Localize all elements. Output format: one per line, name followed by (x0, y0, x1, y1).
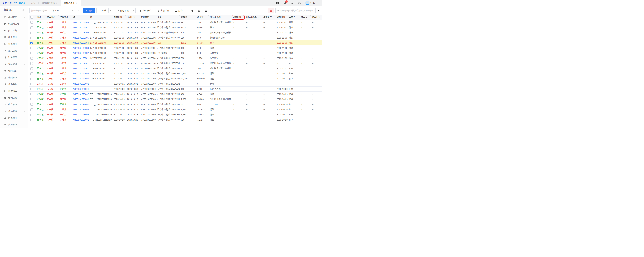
cell-order-no[interactable]: WI20231029001 (72, 97, 89, 102)
row-checkbox[interactable] (30, 21, 33, 24)
table-row[interactable]: 已审核未审核未结算WI202311030012JYF3F60102002023-… (29, 56, 322, 61)
cell-order-no[interactable]: WI20231030001 (72, 86, 89, 92)
row-checkbox[interactable] (30, 57, 33, 60)
row-checkbox[interactable] (30, 27, 33, 29)
sidebar-item-研发管理[interactable]: 研发管理 (0, 34, 28, 41)
row-checkbox[interactable] (30, 114, 33, 116)
cell-order-no[interactable]: WI20231103002 (72, 51, 89, 56)
delete-button[interactable] (268, 8, 274, 13)
cell-order-no[interactable]: WI20231028002 (72, 117, 89, 122)
sidebar-item-成品采购[interactable]: 成品采购 (0, 81, 28, 88)
sidebar-item-商品企划[interactable]: 商品企划 (0, 27, 28, 34)
filter-button[interactable] (316, 8, 321, 13)
row-checkbox[interactable] (30, 119, 33, 121)
row-checkbox[interactable] (30, 98, 33, 101)
help-icon[interactable] (276, 1, 279, 5)
sidebar-item-物料采购[interactable]: 物料采购 (0, 68, 28, 74)
cell-order-no[interactable]: WI20231103003 (72, 46, 89, 51)
cell-order-no[interactable]: WI20231031003 (72, 71, 89, 76)
export-excel-button[interactable] (196, 8, 202, 13)
tab-close-icon[interactable]: × (56, 2, 58, 4)
tag-button[interactable] (189, 8, 195, 13)
table-row[interactable]: 已审核未审核未结算WI202311030022JYF3F60102002023-… (29, 51, 322, 56)
star-icon[interactable] (22, 9, 24, 11)
table-row[interactable]: 已审核未审核未结算WI20231103008TTU_222202355BD130… (29, 20, 322, 25)
row-checkbox[interactable] (30, 32, 33, 34)
finance-audit-button[interactable]: 财务审核 (114, 8, 131, 13)
cell-order-no[interactable]: WI20231102001 (72, 66, 89, 71)
tab-物料采购需求[interactable]: 物料采购需求× (38, 0, 61, 6)
row-checkbox[interactable] (30, 108, 33, 111)
table-row[interactable]: 已审核未审核已结算WI20231028005TTU_22223F61111020… (29, 102, 322, 107)
cell-order-no[interactable]: WI20231031002 (72, 76, 89, 81)
table-row[interactable]: 已审核未审核未结算WI20231028003TTU_22223F61111020… (29, 112, 322, 117)
cell-order-no[interactable]: WI20231103006 (72, 30, 89, 35)
cell-order-no[interactable]: WI20231103008 (72, 20, 89, 25)
sidebar-item-生产管理[interactable]: 生产管理 (0, 101, 28, 108)
sidebar-item-返修管理[interactable]: 返修管理 (0, 115, 28, 121)
print-button[interactable]: 打印 (172, 8, 188, 13)
row-checkbox[interactable] (30, 78, 33, 80)
table-row[interactable]: 已审核未审核未结算WI202311030032JYF3F60102002023-… (29, 46, 322, 51)
apply-settlement-button[interactable]: 申请结算 (155, 8, 171, 13)
audit-dropdown-button[interactable] (108, 8, 113, 13)
support-icon[interactable] (298, 1, 301, 5)
table-row[interactable]: 已审核未审核未结算WI20231029001TTU_22223F61111020… (29, 97, 322, 102)
row-checkbox[interactable] (30, 67, 33, 70)
quick-actions-icon[interactable] (290, 1, 294, 5)
cell-order-no[interactable]: WI20231103001 (72, 56, 89, 61)
cell-order-no[interactable]: WI20231102002 (72, 61, 89, 66)
sidebar-item-质检管理[interactable]: 质检管理 (0, 121, 28, 128)
cell-order-no[interactable]: WI20231028003 (72, 112, 89, 117)
doc-search-button[interactable] (203, 8, 209, 13)
select-all-checkbox[interactable] (30, 16, 33, 19)
cell-order-no[interactable]: WI20231028005 (72, 102, 89, 107)
sidebar-item-订单管理[interactable]: 订单管理 (0, 54, 28, 61)
cell-order-no[interactable]: WI20231031001 (72, 81, 89, 86)
row-checkbox[interactable] (30, 37, 33, 39)
cell-order-no[interactable]: WI20231029002 (72, 92, 89, 97)
table-row[interactable]: 已审核未审核未结算WI202311030062JYF3F60102002023-… (29, 30, 322, 35)
table-row[interactable]: 已审核未审核未结算WI20231028002TTU_22223F61111020… (29, 117, 322, 122)
sidebar-item-基础数据[interactable]: 基础数据 (0, 14, 28, 21)
table-row[interactable]: 已审核未审核未结算WI202311030072JYF3F60102002023-… (29, 25, 322, 30)
sidebar-favorites[interactable]: 收藏功能 (0, 6, 28, 14)
sidebar-item-供应商管理[interactable]: 供应商管理 (0, 21, 28, 27)
cell-order-no[interactable]: WI20231103007 (72, 25, 89, 30)
audit-button[interactable]: 审核 (96, 8, 108, 13)
sidebar-item-样衣管理[interactable]: 样衣管理 (0, 41, 28, 47)
sidebar-item-物料管理[interactable]: 物料管理 (0, 74, 28, 81)
row-checkbox[interactable] (30, 103, 33, 106)
finance-audit-dropdown-button[interactable] (131, 8, 136, 13)
sku-search-input[interactable] (29, 8, 49, 13)
table-row[interactable]: 已审核未审核未结算WI20231102001TZX3F60102002023-1… (29, 66, 322, 71)
tab-close-icon[interactable]: × (76, 2, 78, 4)
table-row[interactable]: 未审核未审核未结算WI20231102002TZX3F60102002023-1… (29, 61, 322, 66)
row-checkbox[interactable] (30, 62, 33, 65)
sidebar-item-销售管理[interactable]: 销售管理 (0, 61, 28, 68)
notifications-button[interactable]: 4 (283, 1, 286, 5)
row-checkbox[interactable] (30, 73, 33, 75)
table-row[interactable]: 已审核未审核已结算WI20231030001--2023-10-302023-1… (29, 86, 322, 92)
table-row[interactable]: 已审核未审核未结算WI202311030052JYF3F60102002023-… (29, 35, 322, 40)
row-checkbox[interactable] (30, 47, 33, 49)
sidebar-item-成品管理[interactable]: 成品管理 (0, 108, 28, 115)
user-menu[interactable]: 江蓠 (305, 1, 318, 5)
keyword-search-input[interactable] (280, 9, 312, 12)
row-checkbox[interactable] (30, 88, 33, 90)
row-checkbox[interactable] (30, 93, 33, 95)
type-select[interactable]: 请选择 (51, 8, 75, 13)
refresh-button[interactable] (76, 8, 82, 13)
row-checkbox[interactable] (30, 42, 33, 44)
tab-首页[interactable]: 首页 (28, 0, 38, 6)
table-row[interactable]: 未审核未审核未结算WI20231031001--2023-10-312023-1… (29, 81, 322, 86)
table-row[interactable]: 已审核未审核已结算WI20231029002TTU_22223F61111020… (29, 92, 322, 97)
row-checkbox[interactable] (30, 52, 33, 55)
cell-order-no[interactable]: WI20231028004 (72, 107, 89, 112)
table-row[interactable]: 已审核未审核未结算WI202311030042JYF3F60102002023-… (29, 40, 322, 46)
table-row[interactable]: 已审核未审核未结算WI20231028004TTU_22223F61111020… (29, 107, 322, 112)
cell-order-no[interactable]: WI20231103005 (72, 35, 89, 40)
table-row[interactable]: 已审核未审核未结算WI20231031003TZX3F60102002023-1… (29, 71, 322, 76)
tab-物料入库单[interactable]: 物料入库单× (61, 0, 81, 6)
new-button[interactable]: 新建 (83, 8, 95, 13)
